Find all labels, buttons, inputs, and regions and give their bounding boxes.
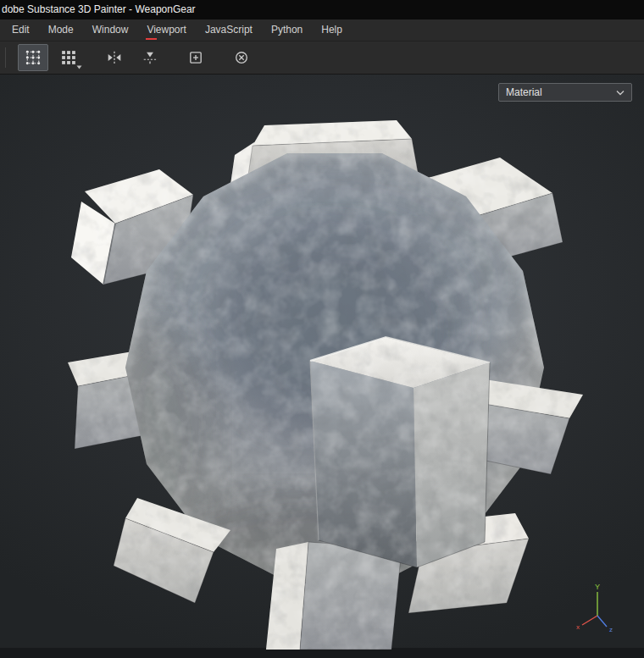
dropdown-caret-icon <box>76 65 82 69</box>
mirror-vertical-button[interactable] <box>135 44 165 71</box>
gizmo-z-axis[interactable]: z <box>597 616 613 633</box>
mirror-horizontal-icon <box>107 50 122 65</box>
menu-python[interactable]: Python <box>262 19 312 41</box>
chevron-down-icon <box>616 90 625 96</box>
gizmo-y-label: Y <box>595 583 600 591</box>
viewport-menu-indicator <box>146 38 157 40</box>
rendered-gear-mesh <box>0 75 644 650</box>
lattice-grid-icon <box>25 50 41 65</box>
frame-add-button[interactable] <box>180 44 211 71</box>
mirror-vertical-icon <box>142 50 158 65</box>
circle-x-button[interactable] <box>226 44 257 71</box>
menu-mode[interactable]: Mode <box>39 19 83 41</box>
menu-window[interactable]: Window <box>83 19 138 41</box>
mirror-horizontal-button[interactable] <box>99 44 130 71</box>
navigation-gizmo[interactable]: Y x z <box>575 582 625 634</box>
tile-grid-icon <box>61 50 76 65</box>
menu-edit[interactable]: Edit <box>3 19 39 41</box>
lattice-grid-button[interactable] <box>18 44 48 71</box>
circle-x-icon <box>234 50 249 65</box>
display-mode-dropdown[interactable]: Material <box>498 83 632 102</box>
gizmo-x-label: x <box>576 623 580 631</box>
toolbar <box>0 41 644 75</box>
menu-javascript[interactable]: JavaScript <box>196 19 262 41</box>
window-title: dobe Substance 3D Painter - WeaponGear <box>2 3 196 15</box>
toolbar-divider <box>5 47 6 68</box>
menu-viewport-label: Viewport <box>147 24 186 36</box>
viewport-3d[interactable]: Material Y x z <box>0 75 644 648</box>
title-bar[interactable]: dobe Substance 3D Painter - WeaponGear <box>0 0 644 19</box>
menu-bar: Edit Mode Window Viewport JavaScript Pyt… <box>0 19 644 41</box>
substance-painter-window: dobe Substance 3D Painter - WeaponGear E… <box>0 0 644 658</box>
tile-grid-button[interactable] <box>53 44 84 71</box>
display-mode-value: Material <box>506 86 616 98</box>
menu-help[interactable]: Help <box>312 19 352 41</box>
frame-add-icon <box>188 50 203 65</box>
gizmo-z-label: z <box>609 626 613 633</box>
menu-viewport[interactable]: Viewport <box>137 19 195 41</box>
gizmo-y-axis[interactable]: Y <box>595 583 600 616</box>
gizmo-x-axis[interactable]: x <box>576 616 597 631</box>
